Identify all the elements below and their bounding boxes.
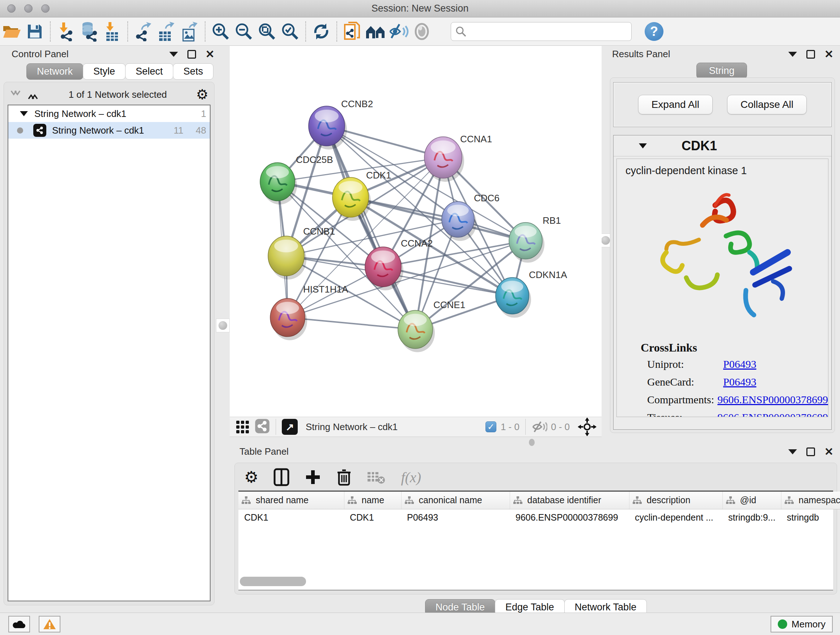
network-row-selected[interactable]: String Network – cdk1 11 48 bbox=[8, 122, 210, 139]
table-row[interactable]: CDK1CDK1P064939606.ENSP00000378699cyclin… bbox=[238, 509, 840, 526]
network-node[interactable]: CCNE1 bbox=[398, 299, 465, 352]
table-cell[interactable]: cyclin-dependent ... bbox=[629, 509, 722, 526]
network-node[interactable]: CDKN1A bbox=[496, 269, 567, 318]
table-cell[interactable]: CDK1 bbox=[238, 509, 344, 526]
panel-float-icon[interactable] bbox=[806, 50, 815, 59]
zoom-out-button[interactable] bbox=[232, 20, 256, 43]
bottom-splitter-handle[interactable] bbox=[529, 439, 535, 446]
table-cell[interactable]: 9606.ENSP00000378699 bbox=[510, 509, 629, 526]
collection-expand-icon[interactable] bbox=[20, 111, 28, 116]
hide-selected-button[interactable] bbox=[387, 20, 410, 43]
birdseye-crosshair-icon[interactable] bbox=[578, 417, 597, 436]
expand-all-icon[interactable] bbox=[27, 89, 39, 100]
section-expand-icon[interactable] bbox=[639, 143, 647, 149]
network-view-canvas[interactable]: CCNB2CCNA1CDC25BCDK1CDC6RB1CCNB1CCNA2CDK… bbox=[230, 46, 602, 417]
collection-count: 1 bbox=[201, 108, 206, 119]
warnings-button[interactable] bbox=[39, 616, 60, 632]
collapse-all-icon[interactable] bbox=[10, 89, 22, 100]
help-button[interactable]: ? bbox=[645, 22, 663, 41]
import-table-button[interactable] bbox=[101, 20, 124, 43]
table-column-header[interactable]: description bbox=[629, 492, 722, 509]
save-session-button[interactable] bbox=[23, 20, 46, 43]
table-horizontal-scrollbar[interactable] bbox=[240, 577, 835, 587]
panel-close-icon[interactable]: ✕ bbox=[824, 50, 834, 59]
network-graph[interactable]: CCNB2CCNA1CDC25BCDK1CDC6RB1CCNB1CCNA2CDK… bbox=[230, 46, 602, 417]
table-cell[interactable]: stringdb:9... bbox=[722, 509, 781, 526]
search-input[interactable] bbox=[470, 26, 625, 37]
node-label: CCNE1 bbox=[433, 299, 465, 310]
tab-network[interactable]: Network bbox=[27, 63, 83, 80]
collapse-all-button[interactable]: Collapse All bbox=[727, 95, 807, 114]
show-columns-icon[interactable] bbox=[273, 468, 289, 486]
tab-select[interactable]: Select bbox=[125, 63, 173, 80]
column-label: canonical name bbox=[419, 495, 482, 505]
clone-network-button[interactable] bbox=[341, 20, 364, 43]
crosslink-link[interactable]: 9606.ENSP00000378699 bbox=[717, 394, 828, 406]
network-node[interactable]: CDC6 bbox=[442, 193, 500, 241]
table-column-header[interactable]: database identifier bbox=[510, 492, 629, 509]
crosslink-link[interactable]: P06493 bbox=[723, 358, 756, 371]
table-column-header[interactable]: namespac bbox=[781, 492, 840, 509]
crosslink-link[interactable]: P06493 bbox=[723, 376, 756, 388]
network-node[interactable]: CCNB2 bbox=[309, 98, 373, 149]
panel-collapse-icon[interactable] bbox=[169, 52, 178, 57]
panel-collapse-icon[interactable] bbox=[788, 449, 797, 454]
tab-string[interactable]: String bbox=[696, 63, 747, 79]
zoom-in-icon bbox=[211, 22, 230, 41]
node-details-header[interactable]: CDK1 bbox=[614, 135, 831, 157]
results-panel: Results Panel ✕ String Expand All Collap… bbox=[607, 49, 837, 433]
network-node[interactable]: RB1 bbox=[509, 215, 561, 263]
crosslinks-section: CrossLinks Uniprot:P06493GeneCard:P06493… bbox=[617, 337, 828, 417]
table-cell[interactable]: stringdb bbox=[781, 509, 840, 526]
import-network-database-button[interactable] bbox=[77, 20, 101, 43]
refresh-button[interactable] bbox=[309, 20, 333, 43]
node-table: shared namenamecanonical namedatabase id… bbox=[238, 491, 833, 591]
open-in-window-icon[interactable]: ↗ bbox=[282, 419, 298, 435]
table-column-header[interactable]: canonical name bbox=[401, 492, 510, 509]
export-network-button[interactable] bbox=[132, 20, 155, 43]
panel-close-icon[interactable]: ✕ bbox=[824, 448, 834, 456]
selected-checkbox-icon[interactable]: ✓ bbox=[485, 421, 496, 432]
panel-float-icon[interactable] bbox=[806, 448, 815, 456]
network-node[interactable]: CCNA1 bbox=[424, 134, 492, 182]
network-collection-row[interactable]: String Network – cdk1 1 bbox=[8, 105, 210, 122]
gear-icon[interactable]: ⚙ bbox=[196, 88, 208, 101]
string-share-icon[interactable] bbox=[255, 418, 270, 435]
crosslink-row: Compartments:9606.ENSP00000378699 bbox=[641, 394, 828, 406]
add-column-icon[interactable] bbox=[305, 469, 321, 486]
table-column-header[interactable]: @id bbox=[722, 492, 781, 509]
export-image-button[interactable] bbox=[178, 20, 201, 43]
show-all-button[interactable] bbox=[410, 20, 433, 43]
import-network-file-button[interactable] bbox=[54, 20, 77, 43]
table-settings-gear-icon[interactable]: ⚙ bbox=[244, 470, 258, 484]
zoom-selected-button[interactable] bbox=[279, 20, 302, 43]
memory-button[interactable]: Memory bbox=[771, 616, 833, 632]
network-edge[interactable] bbox=[351, 197, 526, 241]
left-splitter-handle[interactable] bbox=[216, 318, 230, 333]
panel-collapse-icon[interactable] bbox=[788, 52, 797, 57]
table-cell[interactable]: CDK1 bbox=[344, 509, 401, 526]
expand-all-button[interactable]: Expand All bbox=[638, 95, 713, 114]
memory-status-dot bbox=[778, 619, 787, 629]
toolbar-search[interactable] bbox=[451, 22, 632, 41]
network-node[interactable]: CCNB1 bbox=[268, 226, 335, 279]
first-neighbors-button[interactable] bbox=[364, 20, 387, 43]
zoom-in-button[interactable] bbox=[209, 20, 232, 43]
delete-column-icon[interactable] bbox=[336, 468, 352, 486]
clone-network-icon bbox=[343, 21, 362, 42]
network-node[interactable]: HIST1H1A bbox=[270, 284, 348, 340]
open-session-button[interactable] bbox=[0, 20, 23, 43]
table-cell[interactable]: P06493 bbox=[401, 509, 510, 526]
grid-view-icon[interactable] bbox=[236, 421, 249, 433]
eye-slash-icon bbox=[388, 23, 409, 40]
cloud-status-button[interactable] bbox=[8, 616, 30, 632]
table-column-header[interactable]: shared name bbox=[238, 492, 344, 509]
table-column-header[interactable]: name bbox=[344, 492, 401, 509]
tab-style[interactable]: Style bbox=[83, 63, 126, 80]
crosslink-link[interactable]: 9606.ENSP00000378699 bbox=[717, 411, 828, 417]
export-table-button[interactable] bbox=[155, 20, 178, 43]
panel-float-icon[interactable] bbox=[187, 50, 196, 59]
zoom-fit-button[interactable] bbox=[256, 20, 279, 43]
panel-close-icon[interactable]: ✕ bbox=[205, 50, 215, 59]
tab-sets[interactable]: Sets bbox=[173, 63, 213, 80]
